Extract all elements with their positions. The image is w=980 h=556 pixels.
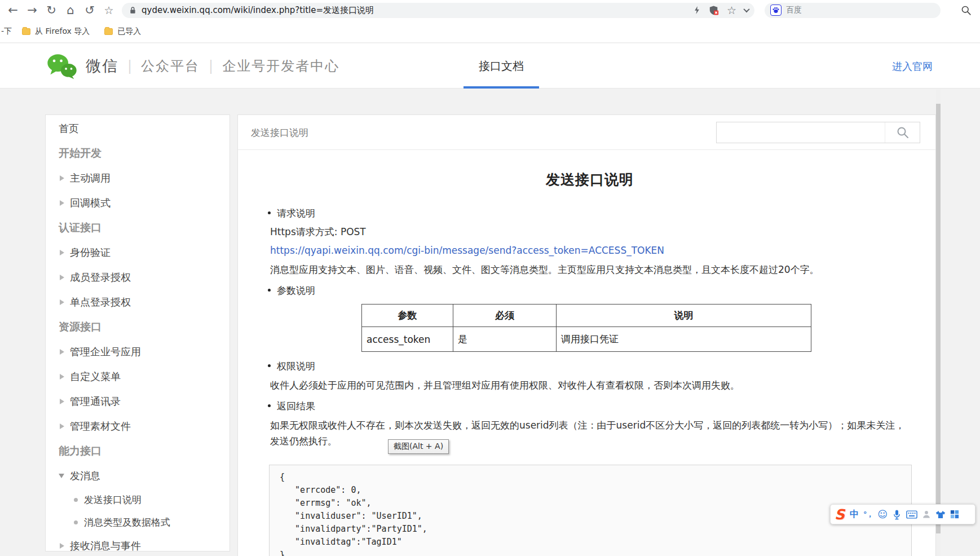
lock-icon xyxy=(129,6,137,15)
ime-punctuation-toggle[interactable]: °， xyxy=(863,509,873,519)
document-body: 发送接口说明 请求说明 Https请求方式: POST https://qyap… xyxy=(238,170,935,556)
sidebar-item-receive-messages[interactable]: 接收消息与事件 xyxy=(46,533,229,551)
bookmark-page-star-icon[interactable]: ☆ xyxy=(727,4,736,16)
tab-api-docs[interactable]: 接口文档 xyxy=(463,43,539,89)
brand-wechat: 微信 xyxy=(86,56,118,76)
site-header: 微信 | 公众平台 | 企业号开发者中心 接口文档 进入官网 xyxy=(0,43,980,89)
soft-keyboard-icon[interactable] xyxy=(906,510,917,519)
sidebar-item-callback-mode[interactable]: 回调模式 xyxy=(46,191,229,215)
result-note: 如果无权限或收件人不存在，则本次发送失败，返回无效的userid列表（注：由于u… xyxy=(270,417,910,449)
params-table: 参数 必须 说明 access_token 是 调用接口凭证 xyxy=(361,304,811,352)
sidebar-item-member-login-auth[interactable]: 成员登录授权 xyxy=(46,265,229,290)
sidebar-item-custom-menu[interactable]: 自定义菜单 xyxy=(46,364,229,389)
wechat-logo-icon xyxy=(46,53,78,80)
shield-blocked-icon[interactable] xyxy=(709,5,719,16)
ime-language-toggle[interactable]: 中 xyxy=(850,509,859,520)
sidebar-item-message-types[interactable]: 消息类型及数据格式 xyxy=(46,511,229,533)
request-method: Https请求方式: POST xyxy=(270,224,910,240)
search-button[interactable] xyxy=(885,122,920,143)
search-input[interactable] xyxy=(717,122,885,143)
list-bullet-icon xyxy=(268,289,271,292)
bullet-icon xyxy=(74,498,78,502)
code-line: } xyxy=(280,549,911,556)
code-line: { xyxy=(280,471,911,484)
wiki-search-box xyxy=(716,122,920,143)
cell-required: 是 xyxy=(453,327,557,352)
section-request: 请求说明 xyxy=(270,206,910,221)
sidebar-item-send-api-doc[interactable]: 发送接口说明 xyxy=(46,488,229,511)
search-engine-label: 百度 xyxy=(786,5,802,15)
list-bullet-icon xyxy=(268,404,271,407)
browser-window: ← → ↻ ⌂ ↺ ☆ qydev.weixin.qq.com/wiki/ind… xyxy=(0,0,980,556)
chevron-down-icon[interactable] xyxy=(743,6,749,12)
sidebar-item-manage-contacts[interactable]: 管理通讯录 xyxy=(46,389,229,414)
active-tab-underline xyxy=(463,86,539,89)
bookmark-star-icon[interactable]: ☆ xyxy=(99,2,118,19)
table-row: access_token 是 调用接口凭证 xyxy=(362,327,811,352)
address-bar[interactable]: qydev.weixin.qq.com/wiki/index.php?title… xyxy=(122,3,754,18)
chevron-right-icon xyxy=(60,250,64,255)
chevron-right-icon xyxy=(60,543,64,549)
history-undo-icon[interactable]: ↺ xyxy=(80,2,99,19)
address-bar-actions: ☆ xyxy=(693,4,749,16)
bookmark-folder-firefox-import[interactable]: 从 Firefox 导入 xyxy=(22,27,90,37)
back-icon[interactable]: ← xyxy=(3,2,23,19)
screenshot-shortcut-tooltip: 截图(Alt + A) xyxy=(388,439,449,454)
sidebar-section-auth-api: 认证接口 xyxy=(46,215,229,240)
permission-note: 收件人必须处于应用的可见范围内，并且管理组对应用有使用权限、对收件人有查看权限，… xyxy=(270,377,910,393)
skin-icon[interactable] xyxy=(935,510,946,519)
sogou-logo-icon[interactable]: S xyxy=(835,508,845,522)
chevron-down-icon xyxy=(59,474,64,478)
cell-desc: 调用接口凭证 xyxy=(557,327,811,352)
sidebar-section-resource-api: 资源接口 xyxy=(46,315,229,339)
table-header-row: 参数 必须 说明 xyxy=(362,305,811,327)
sidebar-section-capability-api: 能力接口 xyxy=(46,439,229,464)
col-header-param: 参数 xyxy=(362,305,453,327)
brand-platform: 公众平台 xyxy=(141,57,200,75)
code-line: "errmsg": "ok", xyxy=(280,497,911,510)
section-permission: 权限说明 xyxy=(270,359,910,374)
sidebar-item-identity-verify[interactable]: 身份验证 xyxy=(46,240,229,265)
browser-toolbar: ← → ↻ ⌂ ↺ ☆ qydev.weixin.qq.com/wiki/ind… xyxy=(0,0,980,20)
reload-icon[interactable]: ↻ xyxy=(42,2,61,19)
section-params: 参数说明 xyxy=(270,283,910,298)
brand-separator: | xyxy=(127,58,132,74)
official-site-link[interactable]: 进入官网 xyxy=(892,60,933,73)
sidebar-item-send-message[interactable]: 发消息 xyxy=(46,464,229,488)
lightning-icon[interactable] xyxy=(693,5,701,15)
sidebar-item-home[interactable]: 首页 xyxy=(46,116,229,141)
chevron-right-icon xyxy=(60,349,64,355)
toolbox-grid-icon[interactable] xyxy=(950,510,959,519)
quick-search-box[interactable]: 百度 xyxy=(765,3,941,18)
col-header-required: 必须 xyxy=(453,305,557,327)
bookmark-folder-imported[interactable]: 已导入 xyxy=(104,27,141,37)
api-endpoint-link[interactable]: https://qyapi.weixin.qq.com/cgi-bin/mess… xyxy=(270,245,664,256)
folder-icon xyxy=(104,28,113,35)
account-icon[interactable] xyxy=(922,510,931,519)
request-url-line: https://qyapi.weixin.qq.com/cgi-bin/mess… xyxy=(270,243,910,258)
folder-icon xyxy=(22,28,30,35)
brand-dev-center: 企业号开发者中心 xyxy=(222,57,339,75)
code-block: { "errcode": 0, "errmsg": "ok", "invalid… xyxy=(269,465,912,556)
sidebar-item-manage-enterprise-app[interactable]: 管理企业号应用 xyxy=(46,339,229,364)
forward-icon[interactable]: → xyxy=(23,2,42,19)
bookmark-item-truncated[interactable]: -下 xyxy=(1,27,12,37)
microphone-icon[interactable] xyxy=(892,509,902,520)
chevron-right-icon xyxy=(60,399,64,404)
chevron-right-icon xyxy=(60,200,64,206)
home-icon[interactable]: ⌂ xyxy=(61,2,80,19)
chevron-right-icon xyxy=(60,275,64,280)
code-line: "invalidtag":"TagID1" xyxy=(280,536,911,549)
bullet-icon xyxy=(74,520,78,524)
emoji-icon[interactable]: ☺ xyxy=(878,509,888,520)
sidebar-item-active-call[interactable]: 主动调用 xyxy=(46,166,229,191)
search-icon[interactable] xyxy=(956,2,975,19)
vertical-scrollbar[interactable] xyxy=(936,89,941,556)
sidebar-item-sso-auth[interactable]: 单点登录授权 xyxy=(46,290,229,315)
sidebar-item-manage-media[interactable]: 管理素材文件 xyxy=(46,414,229,439)
section-result: 返回结果 xyxy=(270,399,910,414)
url-text[interactable]: qydev.weixin.qq.com/wiki/index.php?title… xyxy=(142,5,687,16)
list-bullet-icon xyxy=(268,211,271,214)
content-header: 发送接口说明 xyxy=(238,115,935,150)
scrollbar-thumb[interactable] xyxy=(936,104,941,533)
